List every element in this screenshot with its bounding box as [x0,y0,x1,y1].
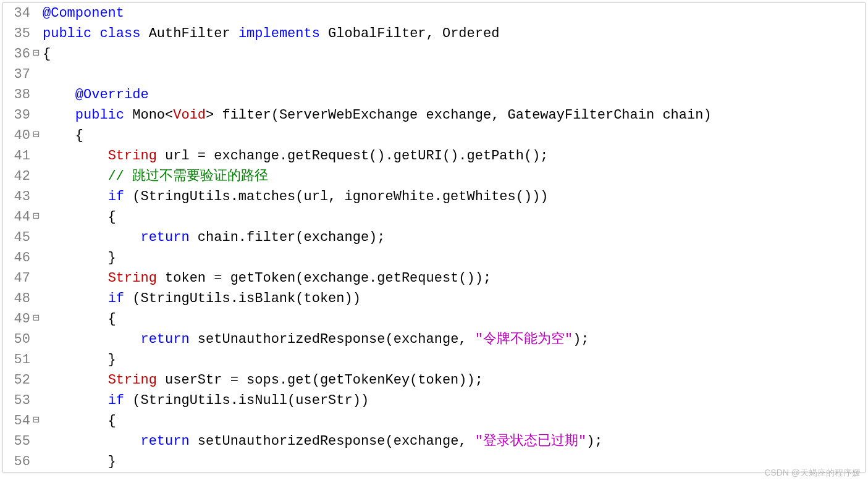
code-line: 38 @Override [3,85,865,105]
line-number: 40 [3,125,33,146]
code-line: 51 } [3,350,865,370]
fold-marker [33,288,41,309]
code-line: 56 } [3,452,865,472]
line-number: 38 [3,85,33,105]
code-line: 46 } [3,248,865,268]
line-number: 41 [3,146,33,166]
line-number: 37 [3,64,33,85]
code-content: if (StringUtils.isBlank(token)) [41,288,361,309]
fold-marker[interactable]: ⊟ [33,207,41,227]
fold-marker [33,248,41,268]
fold-marker [33,187,41,207]
fold-marker [33,3,41,23]
code-content: } [41,350,116,370]
code-content: String userStr = sops.get(getTokenKey(to… [41,370,483,390]
fold-marker [33,452,41,472]
code-line: 36⊟{ [3,44,865,64]
line-number: 51 [3,350,33,370]
code-content: if (StringUtils.isNull(userStr)) [41,390,369,411]
fold-marker [33,166,41,187]
code-line: 53 if (StringUtils.isNull(userStr)) [3,390,865,411]
line-number: 45 [3,227,33,248]
line-number: 53 [3,390,33,411]
code-line: 44⊟ { [3,207,865,227]
line-number: 43 [3,187,33,207]
line-number: 55 [3,431,33,452]
fold-marker [33,146,41,166]
line-number: 34 [3,3,33,23]
code-content: @Component [41,3,124,23]
code-content: return setUnauthorizedResponse(exchange,… [41,431,603,452]
code-content: return chain.filter(exchange); [41,227,386,248]
fold-marker [33,268,41,288]
code-line: 37 [3,64,865,85]
code-line: 52 String userStr = sops.get(getTokenKey… [3,370,865,390]
code-line: 48 if (StringUtils.isBlank(token)) [3,288,865,309]
code-content: @Override [41,85,149,105]
code-line: 47 String token = getToken(exchange.getR… [3,268,865,288]
fold-marker [33,431,41,452]
fold-marker [33,370,41,390]
code-content: String url = exchange.getRequest().getUR… [41,146,549,166]
fold-marker[interactable]: ⊟ [33,44,41,64]
code-content: return setUnauthorizedResponse(exchange,… [41,329,589,350]
code-content: // 跳过不需要验证的路径 [41,166,268,187]
code-line: 34@Component [3,3,865,23]
fold-marker [33,350,41,370]
line-number: 49 [3,309,33,329]
fold-marker [33,227,41,248]
code-content: public class AuthFilter implements Globa… [41,23,499,44]
code-content: if (StringUtils.matches(url, ignoreWhite… [41,187,549,207]
line-number: 52 [3,370,33,390]
line-number: 44 [3,207,33,227]
fold-marker [33,105,41,125]
line-number: 39 [3,105,33,125]
fold-marker [33,329,41,350]
line-number: 48 [3,288,33,309]
line-number: 42 [3,166,33,187]
code-content: String token = getToken(exchange.getRequ… [41,268,491,288]
code-line: 50 return setUnauthorizedResponse(exchan… [3,329,865,350]
code-line: 39 public Mono<Void> filter(ServerWebExc… [3,105,865,125]
fold-marker [33,85,41,105]
code-content [41,64,43,85]
code-line: 41 String url = exchange.getRequest().ge… [3,146,865,166]
code-content: } [41,452,116,472]
code-line: 35public class AuthFilter implements Glo… [3,23,865,44]
line-number: 56 [3,452,33,472]
code-line: 49⊟ { [3,309,865,329]
code-content: { [41,309,116,329]
line-number: 47 [3,268,33,288]
code-line: 45 return chain.filter(exchange); [3,227,865,248]
fold-marker[interactable]: ⊟ [33,309,41,329]
line-number: 50 [3,329,33,350]
line-number: 54 [3,411,33,431]
code-line: 43 if (StringUtils.matches(url, ignoreWh… [3,187,865,207]
fold-marker [33,390,41,411]
code-content: { [41,207,116,227]
code-content: } [41,248,116,268]
code-line: 55 return setUnauthorizedResponse(exchan… [3,431,865,452]
code-line: 40⊟ { [3,125,865,146]
fold-marker[interactable]: ⊟ [33,125,41,146]
line-number: 36 [3,44,33,64]
line-number: 35 [3,23,33,44]
code-content: public Mono<Void> filter(ServerWebExchan… [41,105,712,125]
code-content: { [41,44,51,64]
fold-marker [33,64,41,85]
watermark: CSDN @天蝎座的程序媛 [764,466,861,475]
code-line: 54⊟ { [3,411,865,431]
code-content: { [41,411,116,431]
fold-marker [33,23,41,44]
code-content: { [41,125,83,146]
code-editor: 34@Component35public class AuthFilter im… [2,2,866,472]
fold-marker[interactable]: ⊟ [33,411,41,431]
code-line: 42 // 跳过不需要验证的路径 [3,166,865,187]
line-number: 46 [3,248,33,268]
